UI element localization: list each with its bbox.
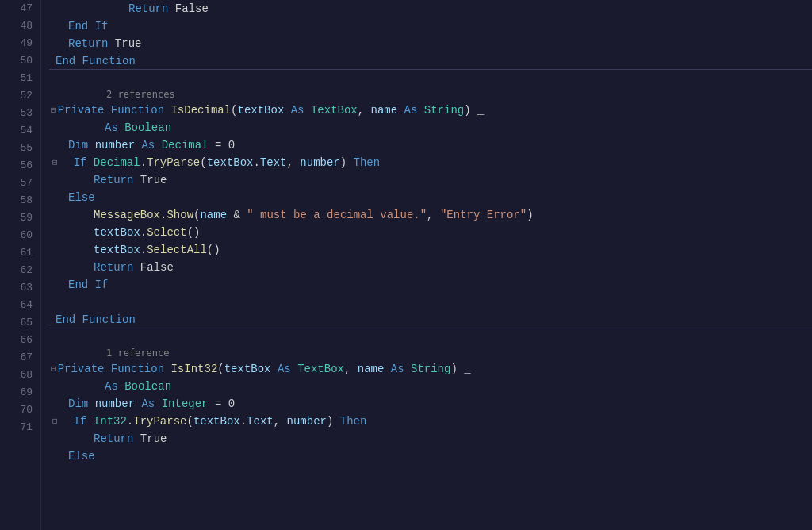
- line-num-64: 64: [0, 297, 40, 314]
- code-line-56: Return True: [49, 171, 812, 189]
- line-num-68: 68: [0, 367, 40, 384]
- code-line-60: textBox . SelectAll (): [49, 241, 812, 259]
- line-num-54: 54: [0, 122, 40, 140]
- fold-button-69[interactable]: ⊟: [52, 413, 58, 430]
- line-num-62: 62: [0, 262, 40, 279]
- line-num-60: 60: [0, 227, 40, 244]
- code-line-47: Return False: [49, 0, 812, 17]
- line-num-61: 61: [0, 244, 40, 262]
- code-line-62: End If: [49, 276, 812, 294]
- code-line-63: [49, 294, 812, 311]
- code-line-69: ⊟ If Int32 . TryParse ( textBox . Text ,…: [49, 413, 812, 430]
- code-line-66: ⊟ Private Function IsInt32 ( textBox As …: [49, 360, 812, 378]
- code-line-58: MessageBox . Show ( name & " must be a d…: [49, 206, 812, 224]
- line-num-70: 70: [0, 401, 40, 419]
- line-num-56: 56: [0, 157, 40, 175]
- code-content: Return False End If Return True End Func…: [41, 0, 812, 530]
- line-num-65: 65: [0, 314, 40, 332]
- line-num-57: 57: [0, 175, 40, 192]
- line-num-51: 51: [0, 70, 40, 87]
- code-line-61: Return False: [49, 259, 812, 276]
- code-line-53: As Boolean: [49, 119, 812, 136]
- line-num-59: 59: [0, 209, 40, 227]
- code-line-50: End Function: [49, 52, 812, 70]
- line-num-47: 47: [0, 0, 40, 17]
- code-line-54: Dim number As Decimal = 0: [49, 136, 812, 154]
- fold-button-52[interactable]: ⊟: [51, 102, 56, 119]
- code-line-52: ⊟ Private Function IsDecimal ( textBox A…: [49, 102, 812, 119]
- line-num-63: 63: [0, 279, 40, 297]
- code-line-67: As Boolean: [49, 378, 812, 395]
- code-line-68: Dim number As Integer = 0: [49, 395, 812, 413]
- code-line-70: Return True: [49, 430, 812, 447]
- line-num-58: 58: [0, 192, 40, 209]
- code-line-71: Else: [49, 447, 812, 465]
- fold-button-55[interactable]: ⊟: [52, 154, 58, 171]
- line-numbers: 47 48 49 50 51 52 53 54 55 56 57 58 59 6…: [0, 0, 41, 530]
- line-num-71: 71: [0, 419, 40, 436]
- line-num-67: 67: [0, 349, 40, 367]
- code-line-65: [49, 328, 812, 346]
- line-num-49: 49: [0, 35, 40, 52]
- code-line-49: Return True: [49, 35, 812, 52]
- code-line-48: End If: [49, 17, 812, 35]
- line-num-50: 50: [0, 52, 40, 70]
- fold-button-66[interactable]: ⊟: [51, 360, 56, 378]
- line-num-69: 69: [0, 384, 40, 401]
- code-line-55: ⊟ If Decimal . TryParse ( textBox . Text…: [49, 154, 812, 171]
- line-num-48: 48: [0, 17, 40, 35]
- line-num-55: 55: [0, 140, 40, 157]
- code-line-64: End Function: [49, 311, 812, 328]
- line-num-52: 52: [0, 87, 40, 105]
- line-num-53: 53: [0, 105, 40, 122]
- code-editor: 47 48 49 50 51 52 53 54 55 56 57 58 59 6…: [0, 0, 812, 530]
- ref-label-66: 1 reference: [49, 346, 812, 360]
- code-line-57: Else: [49, 189, 812, 206]
- code-line-51: [49, 70, 812, 87]
- line-num-66: 66: [0, 332, 40, 349]
- code-line-59: textBox . Select (): [49, 224, 812, 241]
- ref-label-52: 2 references: [49, 87, 812, 102]
